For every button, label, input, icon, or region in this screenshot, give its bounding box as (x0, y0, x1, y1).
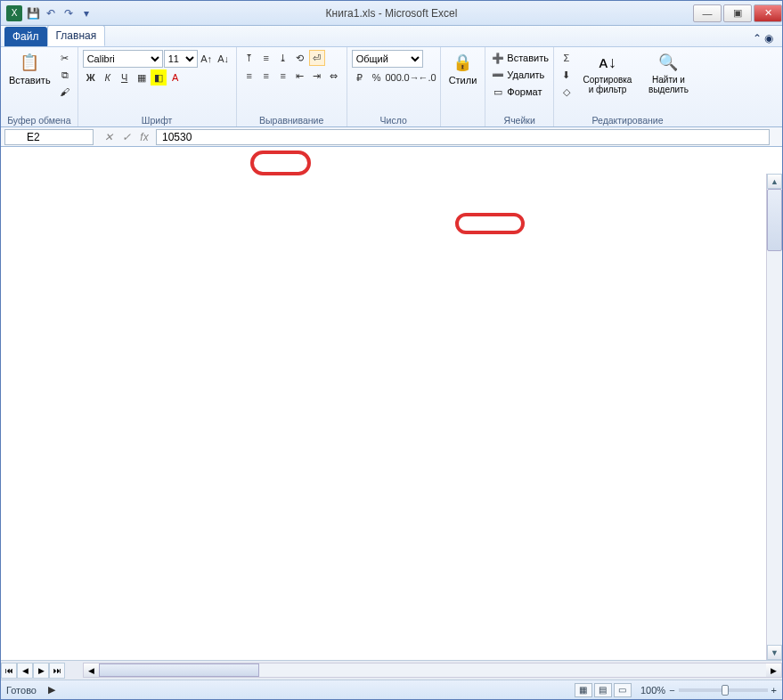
percent-icon[interactable]: % (369, 69, 385, 85)
decrease-font-icon[interactable]: A↓ (216, 51, 232, 67)
save-icon[interactable]: 💾 (26, 6, 40, 20)
sheet-nav: ⏮ ◀ ▶ ⏭ (1, 663, 65, 679)
align-right-icon[interactable]: ≡ (275, 68, 291, 84)
zoom-level[interactable]: 100% (640, 685, 665, 696)
name-box[interactable]: E2 (4, 129, 94, 145)
page-layout-view-icon[interactable]: ▤ (594, 683, 612, 697)
minimize-button[interactable]: — (693, 4, 722, 22)
formula-input[interactable]: 10530 (156, 129, 770, 145)
zoom-in-icon[interactable]: + (771, 685, 777, 696)
wrap-text-icon[interactable]: ⏎ (309, 50, 325, 66)
sheet-last-icon[interactable]: ⏭ (49, 663, 65, 679)
annotation-callout (250, 151, 311, 175)
fill-icon[interactable]: ⬇ (559, 67, 575, 83)
group-label: Число (352, 114, 436, 126)
delete-button[interactable]: ➖Удалить (490, 67, 544, 83)
group-alignment: ⤒ ≡ ⤓ ⟲ ⏎ ≡ ≡ ≡ ⇤ ⇥ ⇔ Выравнивание (237, 47, 347, 126)
sort-filter-button[interactable]: ᴀ↓ Сортировка и фильтр (577, 50, 638, 96)
currency-icon[interactable]: ₽ (352, 69, 368, 85)
sheet-first-icon[interactable]: ⏮ (1, 663, 17, 679)
number-format-select[interactable]: Общий (352, 50, 423, 68)
border-icon[interactable]: ▦ (134, 69, 150, 85)
scroll-up-icon[interactable]: ▲ (767, 174, 782, 189)
decrease-indent-icon[interactable]: ⇤ (292, 68, 308, 84)
align-left-icon[interactable]: ≡ (241, 68, 257, 84)
format-painter-icon[interactable]: 🖌 (57, 84, 73, 100)
scroll-left-icon[interactable]: ◀ (84, 663, 99, 677)
increase-font-icon[interactable]: A↑ (199, 51, 215, 67)
font-name-select[interactable]: Calibri (83, 50, 163, 68)
align-top-icon[interactable]: ⤒ (241, 50, 257, 66)
excel-icon[interactable]: X (6, 5, 22, 21)
styles-button[interactable]: 🔒 Стили (445, 50, 481, 87)
font-color-icon[interactable]: A (167, 69, 184, 85)
vertical-scrollbar[interactable]: ▲ ▼ (766, 174, 782, 660)
qat-more-icon[interactable]: ▾ (79, 6, 94, 20)
close-button[interactable]: ✕ (754, 4, 782, 22)
group-font: Calibri 11 A↑ A↓ Ж К Ч ▦ ◧ A Шрифт (78, 47, 237, 126)
page-break-view-icon[interactable]: ▭ (614, 683, 632, 697)
zoom-out-icon[interactable]: − (669, 685, 674, 696)
paste-button[interactable]: 📋 Вставить (5, 50, 54, 87)
find-icon: 🔍 (657, 52, 679, 73)
sheet-next-icon[interactable]: ▶ (33, 663, 49, 679)
window-buttons: — ▣ ✕ (691, 4, 782, 22)
font-size-select[interactable]: 11 (164, 50, 198, 68)
italic-icon[interactable]: К (100, 69, 116, 85)
zoom-controls: 100% − + (640, 685, 777, 696)
tab-file[interactable]: Файл (4, 27, 47, 46)
ribbon-tabs: Файл Главная ⌃ ◉ (1, 26, 782, 47)
underline-icon[interactable]: Ч (117, 69, 133, 85)
sort-label: Сортировка и фильтр (581, 75, 634, 94)
fx-icon[interactable]: fx (136, 131, 152, 143)
maximize-button[interactable]: ▣ (723, 4, 752, 22)
group-label (445, 125, 481, 126)
group-number: Общий ₽ % 000 .0→ ←.0 Число (347, 47, 441, 126)
tab-главная[interactable]: Главная (47, 25, 106, 46)
orientation-icon[interactable]: ⟲ (292, 50, 308, 66)
group-editing: Σ ⬇ ◇ ᴀ↓ Сортировка и фильтр 🔍 Найти и в… (554, 47, 701, 126)
scroll-thumb[interactable] (99, 663, 259, 677)
increase-indent-icon[interactable]: ⇥ (309, 68, 325, 84)
sort-icon: ᴀ↓ (597, 52, 618, 73)
ribbon-help-icon[interactable]: ⌃ ◉ (744, 30, 782, 46)
zoom-slider[interactable] (679, 688, 768, 692)
sheet-prev-icon[interactable]: ◀ (17, 663, 33, 679)
undo-icon[interactable]: ↶ (44, 6, 58, 20)
spreadsheet-grid[interactable] (1, 174, 766, 660)
insert-button[interactable]: ➕Вставить (490, 50, 549, 66)
group-cells: ➕Вставить ➖Удалить ▭Формат Ячейки (485, 47, 554, 126)
comma-icon[interactable]: 000 (386, 69, 402, 85)
copy-icon[interactable]: ⧉ (57, 67, 73, 83)
group-label: Редактирование (559, 114, 697, 126)
merge-icon[interactable]: ⇔ (326, 68, 342, 84)
cut-icon[interactable]: ✂ (57, 50, 73, 66)
group-clipboard: 📋 Вставить ✂ ⧉ 🖌 Буфер обмена (1, 47, 78, 126)
paste-icon: 📋 (19, 52, 40, 73)
find-select-button[interactable]: 🔍 Найти и выделить (640, 50, 697, 96)
format-icon: ▭ (490, 84, 506, 100)
autosum-icon[interactable]: Σ (559, 50, 575, 66)
macro-record-icon[interactable]: ▶ (44, 682, 60, 698)
cancel-formula-icon[interactable]: ✕ (101, 131, 117, 143)
clear-icon[interactable]: ◇ (559, 84, 575, 100)
normal-view-icon[interactable]: ▦ (575, 683, 592, 697)
format-button[interactable]: ▭Формат (490, 84, 542, 100)
align-bottom-icon[interactable]: ⤓ (275, 50, 291, 66)
align-center-icon[interactable]: ≡ (258, 68, 274, 84)
scroll-down-icon[interactable]: ▼ (767, 645, 782, 660)
enter-formula-icon[interactable]: ✓ (118, 131, 135, 143)
scroll-thumb[interactable] (767, 189, 782, 251)
title-bar: X 💾 ↶ ↷ ▾ Книга1.xls - Microsoft Excel —… (1, 1, 782, 26)
scroll-right-icon[interactable]: ▶ (766, 663, 781, 677)
bold-icon[interactable]: Ж (83, 69, 99, 85)
sheet-tabs-bar: ⏮ ◀ ▶ ⏭ ◀ ▶ (1, 660, 782, 680)
align-middle-icon[interactable]: ≡ (258, 50, 274, 66)
decrease-decimal-icon[interactable]: ←.0 (420, 69, 436, 85)
redo-icon[interactable]: ↷ (61, 6, 76, 20)
horizontal-scrollbar[interactable]: ◀ ▶ (83, 663, 782, 678)
group-label: Ячейки (490, 114, 549, 126)
fill-color-icon[interactable]: ◧ (151, 69, 167, 85)
increase-decimal-icon[interactable]: .0→ (403, 69, 419, 85)
styles-label: Стили (449, 75, 477, 85)
